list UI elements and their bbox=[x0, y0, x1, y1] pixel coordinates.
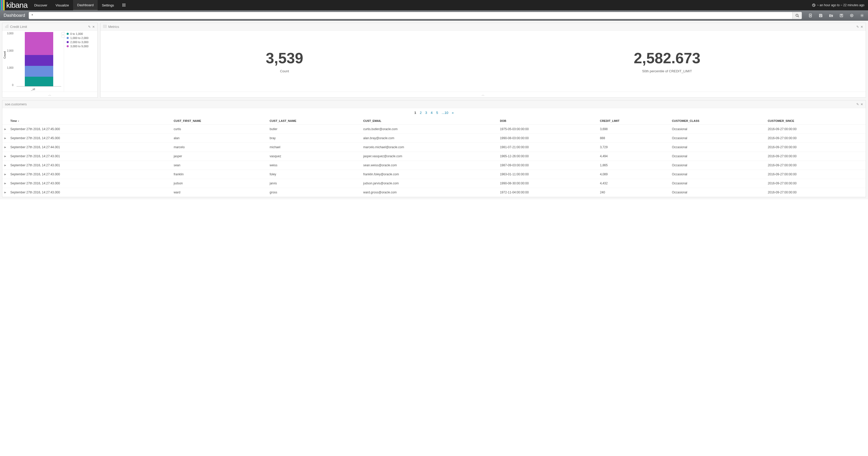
nav-link-settings[interactable]: Settings bbox=[98, 0, 118, 10]
table-cell: marcelo.michael@oracle.com bbox=[361, 143, 498, 152]
nav-link-dashboard[interactable]: Dashboard bbox=[73, 0, 98, 10]
table-cell: September 27th 2016, 14:27:43.000 bbox=[8, 188, 172, 197]
table-cell: 240 bbox=[598, 188, 670, 197]
table-cell: jasper.vasquez@oracle.com bbox=[361, 152, 498, 161]
column-header[interactable]: CUSTOMER_SINCE bbox=[766, 117, 866, 125]
page-link[interactable]: 1 bbox=[414, 111, 416, 115]
save-icon[interactable] bbox=[817, 12, 825, 19]
page-link[interactable]: 5 bbox=[436, 111, 438, 115]
expand-row-icon[interactable]: ▶ bbox=[2, 161, 8, 170]
metric-label: Count bbox=[266, 69, 303, 73]
collapse-handle[interactable]: ︿ bbox=[2, 92, 97, 97]
page-link[interactable]: 3 bbox=[425, 111, 427, 115]
table-cell: weiss bbox=[268, 161, 361, 170]
table-cell: jasper bbox=[172, 152, 268, 161]
table-icon bbox=[103, 25, 107, 29]
expand-row-icon[interactable]: ▶ bbox=[2, 143, 8, 152]
column-header[interactable]: Time▼ bbox=[8, 117, 172, 125]
table-cell: ward.gross@oracle.com bbox=[361, 188, 498, 197]
page-link[interactable]: 4 bbox=[431, 111, 432, 115]
data-table: Time▼CUST_FIRST_NAMECUST_LAST_NAMECUST_E… bbox=[2, 117, 866, 197]
panel-header: Credit Limit ✎ ✕ bbox=[2, 23, 97, 31]
column-header[interactable]: CUST_EMAIL bbox=[361, 117, 498, 125]
legend-toggle[interactable]: › bbox=[61, 32, 65, 37]
search-input[interactable] bbox=[29, 12, 793, 19]
bar-segment[interactable] bbox=[25, 66, 53, 77]
credit-limit-panel: Credit Limit ✎ ✕ Count 3,0002,0001,0000 … bbox=[2, 23, 98, 98]
table-cell: September 27th 2016, 14:27:43.000 bbox=[8, 179, 172, 188]
close-icon[interactable]: ✕ bbox=[861, 25, 863, 29]
svg-rect-3 bbox=[122, 5, 123, 5]
page-link[interactable]: 2 bbox=[420, 111, 422, 115]
column-header[interactable]: DOB bbox=[498, 117, 598, 125]
table-cell: alan bbox=[172, 134, 268, 143]
bar-segment[interactable] bbox=[25, 77, 53, 86]
table-cell: curtis.butler@oracle.com bbox=[361, 125, 498, 134]
column-header[interactable]: CREDIT_LIMIT bbox=[598, 117, 670, 125]
column-header[interactable]: CUSTOMER_CLASS bbox=[670, 117, 766, 125]
table-cell: marcelo bbox=[172, 143, 268, 152]
expand-row-icon[interactable]: ▶ bbox=[2, 170, 8, 179]
table-cell: September 27th 2016, 14:27:44.001 bbox=[8, 143, 172, 152]
expand-row-icon[interactable]: ▶ bbox=[2, 125, 8, 134]
svg-rect-4 bbox=[124, 5, 125, 5]
search-button[interactable] bbox=[793, 12, 802, 19]
stacked-bar[interactable] bbox=[25, 32, 53, 86]
page-link[interactable]: » bbox=[452, 111, 454, 115]
table-cell: curtis bbox=[172, 125, 268, 134]
legend-item[interactable]: 3,000 to 9,000 bbox=[67, 45, 95, 48]
table-cell: Occasional bbox=[670, 125, 766, 134]
options-icon[interactable] bbox=[858, 12, 866, 19]
expand-row-icon[interactable]: ▶ bbox=[2, 134, 8, 143]
metric-percentile: 2,582.673 50th percentile of CREDIT_LIMI… bbox=[634, 49, 700, 73]
nav-link-visualize[interactable]: Visualize bbox=[52, 0, 73, 10]
collapse-handle[interactable]: ︿ bbox=[100, 92, 866, 97]
expand-row-icon[interactable]: ▶ bbox=[2, 152, 8, 161]
bar-chart-icon bbox=[5, 25, 8, 29]
nav-link-discover[interactable]: Discover bbox=[30, 0, 52, 10]
svg-rect-18 bbox=[6, 26, 7, 28]
chart-canvas[interactable]: Count 3,0002,0001,0000 _all bbox=[2, 31, 64, 92]
table-cell: 2016-09-27:00:00:00 bbox=[766, 125, 866, 134]
new-dashboard-icon[interactable] bbox=[807, 12, 814, 19]
table-cell: 3,698 bbox=[598, 125, 670, 134]
add-panel-icon[interactable] bbox=[848, 12, 856, 19]
close-icon[interactable]: ✕ bbox=[861, 102, 863, 106]
table-cell: 2016-09-27:00:00:00 bbox=[766, 188, 866, 197]
edit-icon[interactable]: ✎ bbox=[88, 25, 91, 29]
app-switcher-icon[interactable] bbox=[118, 0, 130, 10]
edit-icon[interactable]: ✎ bbox=[857, 102, 859, 106]
edit-icon[interactable]: ✎ bbox=[857, 25, 859, 29]
table-cell: 1,865 bbox=[598, 161, 670, 170]
column-header[interactable]: CUST_FIRST_NAME bbox=[172, 117, 268, 125]
table-row: ▶September 27th 2016, 14:27:43.000frankl… bbox=[2, 170, 866, 179]
close-icon[interactable]: ✕ bbox=[92, 25, 95, 29]
svg-rect-20 bbox=[103, 25, 106, 28]
svg-point-10 bbox=[796, 14, 798, 16]
table-cell: September 27th 2016, 14:27:45.000 bbox=[8, 125, 172, 134]
page-link[interactable]: ...10 bbox=[442, 111, 448, 115]
svg-point-16 bbox=[862, 15, 863, 16]
legend-label: 2,000 to 3,000 bbox=[70, 40, 88, 44]
sub-nav: Dashboard bbox=[0, 10, 868, 21]
table-cell: Occasional bbox=[670, 143, 766, 152]
expand-row-icon[interactable]: ▶ bbox=[2, 179, 8, 188]
bar-segment[interactable] bbox=[25, 55, 53, 66]
column-header[interactable]: CUST_LAST_NAME bbox=[268, 117, 361, 125]
legend-item[interactable]: 0 to 1,000 bbox=[67, 32, 95, 35]
table-cell: 2016-09-27:00:00:00 bbox=[766, 170, 866, 179]
legend-item[interactable]: 2,000 to 3,000 bbox=[67, 40, 95, 44]
bar-segment[interactable] bbox=[25, 32, 53, 55]
share-icon[interactable] bbox=[838, 12, 845, 19]
table-cell: 2016-09-27:00:00:00 bbox=[766, 161, 866, 170]
legend-item[interactable]: 1,000 to 2,000 bbox=[67, 36, 95, 39]
time-picker[interactable]: ~ an hour ago to ~ 22 minutes ago bbox=[808, 0, 868, 10]
pagination: 12345...10» bbox=[2, 108, 866, 117]
table-cell: Occasional bbox=[670, 188, 766, 197]
expand-row-icon[interactable]: ▶ bbox=[2, 188, 8, 197]
open-icon[interactable] bbox=[827, 12, 835, 19]
svg-rect-5 bbox=[125, 5, 126, 5]
table-cell: 4,494 bbox=[598, 152, 670, 161]
table-cell: bray bbox=[268, 134, 361, 143]
metrics-panel: Metrics ✎ ✕ 3,539 Count 2,582.673 50th p… bbox=[100, 23, 866, 98]
